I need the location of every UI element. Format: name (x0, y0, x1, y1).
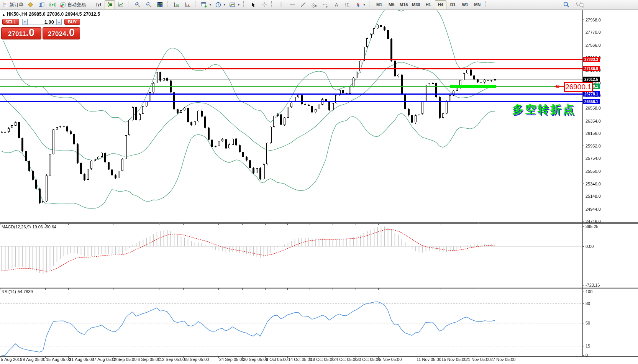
price-callout-label[interactable]: 26900.1 (564, 82, 593, 92)
sell-price-frac: .0 (26, 28, 34, 38)
new-chart-button[interactable]: ▼ (200, 0, 213, 9)
new-order-icon (2, 2, 8, 8)
toolbar-separator (369, 1, 372, 8)
candlestick-chart-button[interactable] (105, 0, 115, 9)
autotrading-button[interactable]: 自动交易 (59, 0, 87, 9)
chart-shift-icon (185, 2, 191, 8)
buy-price-button[interactable]: 27024.0 (43, 27, 80, 39)
ohlc-low: 26944.5 (65, 11, 82, 17)
timeframe-mn[interactable]: MN (472, 0, 483, 9)
buy-button[interactable]: BUY (64, 19, 80, 25)
dropdown-caret-icon: ▼ (223, 3, 226, 7)
auto-scroll-button[interactable] (172, 0, 182, 9)
autotrading-icon (60, 2, 66, 8)
one-click-trading-panel: SELL ▼ ▲ BUY 27011.0 27024.0 (1, 16, 80, 41)
rsi-value: 54.7839 (18, 289, 33, 294)
volume-decrease-button[interactable]: ▼ (22, 19, 28, 25)
profiles-clock-icon (215, 2, 221, 8)
macd-caption: MACD(12,26,9)19.06-50.64 (2, 225, 58, 229)
timeframe-h4[interactable]: H4 (435, 0, 446, 9)
collapse-panel-icon[interactable]: ▲ (2, 13, 5, 16)
horizontal-line-icon (289, 2, 295, 8)
timeframe-w1[interactable]: W1 (459, 0, 471, 9)
template-icon (229, 2, 236, 8)
new-order-label: 新订单 (10, 2, 23, 8)
market-watch-button[interactable] (25, 0, 36, 9)
svg-text:A: A (335, 2, 338, 8)
dropdown-caret-icon: ▼ (363, 3, 366, 7)
chat-icon[interactable] (576, 1, 584, 8)
sell-button[interactable]: SELL (2, 19, 19, 25)
trendline-icon (300, 2, 307, 8)
templates-button[interactable]: ▼ (228, 0, 241, 9)
sell-price-main: 27011 (8, 28, 26, 38)
text-button[interactable]: A (331, 0, 342, 9)
market-watch-icon (27, 2, 34, 8)
symbol-period: HK50-,H4 (7, 11, 27, 17)
macd-value-main: 19.06 (32, 225, 43, 229)
tile-windows-icon (157, 2, 163, 8)
horizontal-line-button[interactable] (287, 0, 297, 9)
search-icon[interactable] (563, 1, 570, 8)
tile-windows-button[interactable] (155, 0, 165, 9)
macd-label: MACD(12,26,9) (2, 225, 31, 229)
timeframe-m15[interactable]: M15 (398, 0, 410, 9)
ohlc-close: 27012.5 (83, 11, 100, 17)
zoom-in-button[interactable] (133, 0, 143, 9)
volume-increase-button[interactable]: ▲ (56, 19, 62, 25)
crosshair-icon (261, 2, 267, 8)
buy-price-frac: .0 (66, 28, 75, 38)
strategy-tester-button[interactable] (48, 0, 58, 9)
arrows-icon (355, 2, 361, 8)
timeframe-d1[interactable]: D1 (447, 0, 459, 9)
toolbar: 新订单 自动交易 (0, 0, 638, 10)
text-icon: A (334, 2, 340, 8)
equidistant-channel-button[interactable]: E (309, 0, 320, 9)
profiles-button[interactable]: ▼ (214, 0, 227, 9)
chart-title: ▲HK50-,H426985.027036.026944.527012.5 (2, 11, 102, 17)
new-order-button[interactable]: 新订单 (1, 0, 25, 9)
timeframe-h1[interactable]: H1 (423, 0, 434, 9)
text-label-button[interactable]: T (343, 0, 353, 9)
channel-icon: E (311, 2, 318, 8)
toolbar-separator (271, 1, 274, 8)
auto-scroll-icon (174, 2, 180, 8)
rsi-label: RSI(14) (2, 289, 16, 294)
svg-text:T: T (346, 3, 349, 7)
zoom-out-button[interactable] (144, 0, 154, 9)
line-chart-icon (118, 2, 124, 8)
ohlc-high: 27036.0 (47, 11, 64, 17)
chart-region: ▲HK50-,H426985.027036.026944.527012.5 SE… (0, 10, 638, 364)
chart-shift-button[interactable] (183, 0, 193, 9)
mt4-window: 新订单 自动交易 (0, 0, 638, 364)
annotation-text[interactable]: 多空转折点 (512, 102, 576, 117)
toolbar-separator (167, 1, 170, 8)
arrows-button[interactable]: ▼ (354, 0, 367, 9)
trendline-button[interactable] (298, 0, 308, 9)
navigator-button[interactable] (36, 0, 47, 9)
volume-input[interactable] (28, 19, 56, 25)
line-chart-button[interactable] (116, 0, 126, 9)
timeframe-m1[interactable]: M1 (374, 0, 385, 9)
candlestick-chart-icon (107, 2, 113, 8)
cursor-icon (250, 2, 256, 8)
buy-price-main: 27024 (48, 28, 66, 38)
toolbar-separator (89, 1, 92, 8)
toolbar-separator (128, 1, 131, 8)
vertical-line-button[interactable] (276, 0, 286, 9)
text-label-icon: T (344, 2, 351, 8)
fibonacci-button[interactable]: F (320, 0, 331, 9)
cursor-button[interactable] (248, 0, 258, 9)
dropdown-caret-icon: ▼ (209, 3, 212, 7)
zoom-in-icon (134, 2, 141, 8)
ohlc-open: 26985.0 (29, 11, 45, 17)
timeframe-m30[interactable]: M30 (410, 0, 422, 9)
dropdown-caret-icon: ▼ (237, 3, 240, 7)
chart-canvas[interactable] (0, 10, 638, 364)
bar-chart-button[interactable] (93, 0, 104, 9)
sell-price-button[interactable]: 27011.0 (1, 27, 41, 39)
timeframe-m5[interactable]: M5 (386, 0, 397, 9)
crosshair-button[interactable] (259, 0, 269, 9)
svg-text:E: E (315, 5, 317, 7)
fibonacci-icon: F (322, 2, 329, 8)
